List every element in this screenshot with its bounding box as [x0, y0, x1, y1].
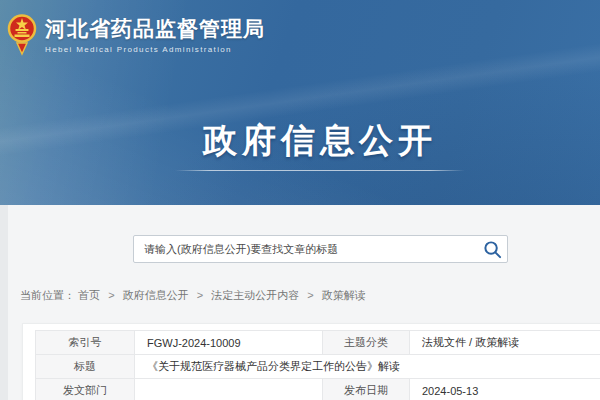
table-row: 索引号 FGWJ-2024-10009 主题分类 法规文件 / 政策解读 [36, 331, 600, 355]
breadcrumb-prefix: 当前位置： [20, 289, 75, 301]
index-number-value: FGWJ-2024-10009 [135, 331, 323, 355]
table-row: 标题 《关于规范医疗器械产品分类界定工作的公告》解读 [36, 355, 600, 379]
org-name-zh: 河北省药品监督管理局 [45, 17, 265, 41]
publish-date-label: 发布日期 [323, 379, 410, 400]
breadcrumb-policy-interpretation[interactable]: 政策解读 [322, 289, 366, 301]
document-info-table: 索引号 FGWJ-2024-10009 主题分类 法规文件 / 政策解读 标题 … [35, 330, 600, 400]
search-input[interactable] [134, 236, 484, 262]
publish-date-value: 2024-05-13 [410, 379, 600, 400]
page: 河北省药品监督管理局 Hebei Medical Products Admini… [0, 0, 600, 400]
title-label: 标题 [36, 355, 135, 379]
breadcrumb-home[interactable]: 首页 [78, 289, 100, 301]
subject-category-label: 主题分类 [323, 331, 410, 355]
subject-category-value: 法规文件 / 政策解读 [410, 331, 600, 355]
breadcrumb-statutory-disclosure[interactable]: 法定主动公开内容 [211, 289, 299, 301]
page-left-margin [0, 205, 8, 400]
issuing-department-value [135, 379, 323, 400]
national-emblem-icon [7, 12, 37, 58]
document-info-card: 索引号 FGWJ-2024-10009 主题分类 法规文件 / 政策解读 标题 … [22, 323, 600, 400]
search-box [133, 235, 508, 263]
table-row: 发文部门 发布日期 2024-05-13 [36, 379, 600, 400]
issuing-department-label: 发文部门 [36, 379, 135, 400]
breadcrumb-separator: > [108, 289, 114, 301]
search-button[interactable] [483, 240, 502, 259]
document-title-value: 《关于规范医疗器械产品分类界定工作的公告》解读 [135, 355, 600, 379]
breadcrumb-separator: > [197, 289, 203, 301]
breadcrumb-separator: > [307, 289, 313, 301]
site-header: 河北省药品监督管理局 Hebei Medical Products Admini… [0, 0, 600, 205]
banner-underline [175, 170, 465, 171]
org-name-en: Hebei Medical Products Administration [45, 45, 265, 55]
breadcrumb: 当前位置： 首页 > 政府信息公开 > 法定主动公开内容 > 政策解读 [20, 288, 366, 303]
site-logo[interactable]: 河北省药品监督管理局 Hebei Medical Products Admini… [7, 12, 265, 58]
banner-title: 政府信息公开 [203, 118, 437, 164]
breadcrumb-gov-info[interactable]: 政府信息公开 [123, 289, 189, 301]
index-number-label: 索引号 [36, 331, 135, 355]
search-icon [483, 240, 502, 259]
